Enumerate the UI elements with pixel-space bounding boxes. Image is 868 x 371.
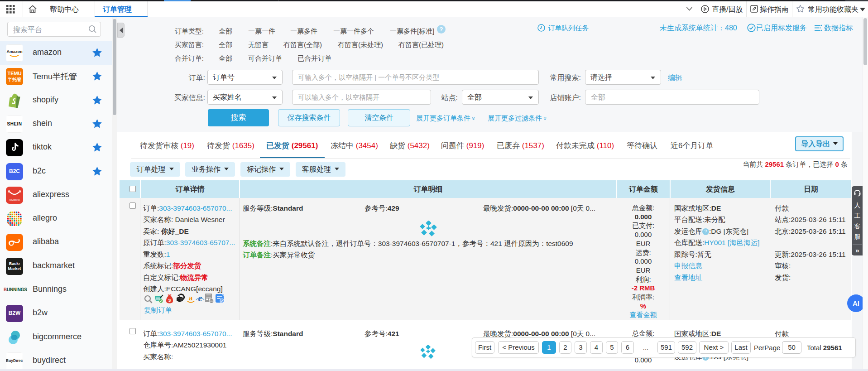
svg-text:e: e [198,294,202,303]
svg-text:S: S [168,298,171,303]
svg-text:a: a [189,294,193,302]
